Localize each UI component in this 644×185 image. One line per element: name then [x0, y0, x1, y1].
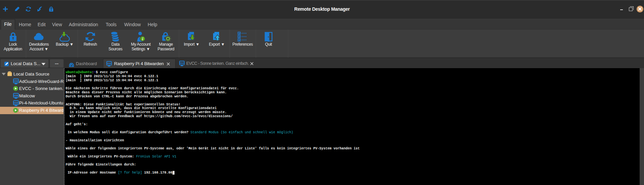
svg-text:SSH: SSH [14, 102, 18, 104]
svg-text:SSH: SSH [107, 62, 111, 64]
svg-text:SSH: SSH [14, 94, 18, 97]
svg-text:SSH: SSH [180, 62, 184, 64]
svg-text:SSH: SSH [14, 80, 18, 82]
